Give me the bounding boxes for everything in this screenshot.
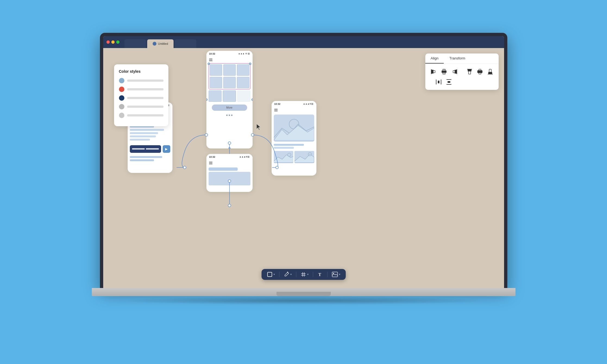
rectangle-icon xyxy=(267,272,272,277)
color-dot-4 xyxy=(119,104,124,109)
action-bar-left: ▶ xyxy=(130,145,170,153)
svg-point-6 xyxy=(228,204,231,207)
svg-point-3 xyxy=(183,166,186,169)
align-center-h-button[interactable] xyxy=(440,68,448,76)
laptop-base xyxy=(92,288,515,296)
pen-tool[interactable]: ▾ xyxy=(284,272,292,277)
grid-tool[interactable]: ▾ xyxy=(301,272,309,277)
text-tool[interactable]: T xyxy=(317,272,323,277)
svg-rect-42 xyxy=(438,81,439,83)
color-bar-5 xyxy=(127,114,163,116)
color-item-3 xyxy=(119,95,163,101)
laptop-shadow xyxy=(114,297,494,305)
canvas-area[interactable]: Color styles xyxy=(103,48,504,288)
color-bar-3 xyxy=(127,97,163,99)
color-dot-2 xyxy=(119,87,124,92)
more-button[interactable]: More xyxy=(212,105,247,111)
phone-signal-center: ▲▲▲ ⊛ ▨ xyxy=(238,52,250,55)
rectangle-tool[interactable]: ▾ xyxy=(267,272,275,277)
laptop-screen-shell: Untitled xyxy=(100,33,507,288)
pen-chevron: ▾ xyxy=(290,273,292,276)
laptop-screen: Untitled xyxy=(103,36,504,288)
text-icon: T xyxy=(317,272,323,277)
phone-status-bar-center: 10:32 ▲▲▲ ⊛ ▨ xyxy=(206,51,253,57)
text-lines-left-2 xyxy=(128,155,172,164)
svg-rect-31 xyxy=(468,69,471,71)
svg-point-14 xyxy=(287,272,288,273)
phone-time-right: 10:32 xyxy=(274,103,281,105)
color-item-4 xyxy=(119,104,163,109)
phone-status-bar-bottom: 10:32 ▲▲▲⊛▨ xyxy=(206,154,253,160)
tab-label: Untitled xyxy=(158,42,168,45)
svg-rect-28 xyxy=(455,70,457,74)
laptop-notch xyxy=(276,292,331,296)
phone-nav-right xyxy=(272,107,316,113)
svg-text:T: T xyxy=(318,272,321,277)
svg-rect-13 xyxy=(268,272,272,277)
browser-chrome: Untitled xyxy=(103,36,504,48)
phone-status-bar-right: 10:32 ▲▲▲⊛▨ xyxy=(272,101,316,107)
phone-time-center: 10:32 xyxy=(209,52,215,55)
img-small-2 xyxy=(294,151,314,163)
close-button[interactable] xyxy=(106,40,110,44)
tab-1[interactable] xyxy=(124,39,146,48)
tab-align[interactable]: Align xyxy=(425,53,444,64)
distribute-h-button[interactable] xyxy=(435,78,443,86)
rectangle-chevron: ▾ xyxy=(273,273,275,276)
svg-rect-37 xyxy=(488,72,492,74)
align-buttons-container xyxy=(425,64,499,90)
align-right-button[interactable] xyxy=(450,68,458,76)
phone-center: 10:32 ▲▲▲ ⊛ ▨ xyxy=(206,51,253,148)
color-item-1 xyxy=(119,78,163,83)
color-item-2 xyxy=(119,87,163,92)
align-left-button[interactable] xyxy=(430,68,438,76)
image-tool[interactable]: ▾ xyxy=(332,272,340,277)
img-small-1 xyxy=(274,151,294,163)
phone-signal-bottom: ▲▲▲⊛▨ xyxy=(239,156,250,158)
grid-icon xyxy=(301,272,306,277)
grid-chevron: ▾ xyxy=(307,273,309,276)
bottom-toolbar: ▾ ▾ xyxy=(262,269,346,280)
svg-point-21 xyxy=(333,273,334,274)
tab-favicon xyxy=(153,42,156,46)
tab-active[interactable]: Untitled xyxy=(147,39,174,48)
hamburger-icon-center xyxy=(209,59,212,61)
color-dot-5 xyxy=(119,113,124,118)
svg-rect-22 xyxy=(431,70,433,74)
phone-signal-right: ▲▲▲⊛▨ xyxy=(303,103,314,105)
image-chevron: ▾ xyxy=(339,273,340,276)
hamburger-icon-right xyxy=(274,109,278,111)
color-dot-1 xyxy=(119,78,124,83)
align-panel: Align Transform xyxy=(425,53,499,90)
color-dot-3 xyxy=(119,95,124,101)
phone-nav-center xyxy=(206,57,253,63)
svg-rect-45 xyxy=(448,81,450,83)
align-center-v-button[interactable] xyxy=(476,68,484,76)
traffic-lights xyxy=(106,40,119,44)
image-icon xyxy=(332,272,338,277)
align-tabs: Align Transform xyxy=(425,53,499,64)
tab-transform[interactable]: Transform xyxy=(444,53,471,64)
tab-3[interactable] xyxy=(175,39,196,48)
color-bar-2 xyxy=(127,88,163,90)
maximize-button[interactable] xyxy=(116,40,119,44)
pen-icon xyxy=(284,272,289,277)
color-bar-4 xyxy=(127,106,163,108)
cursor xyxy=(257,124,262,132)
tab-bar: Untitled xyxy=(124,36,196,48)
panel-title: Color styles xyxy=(119,69,163,74)
align-top-button[interactable] xyxy=(466,68,474,76)
mountain-svg xyxy=(274,115,314,142)
phone-nav-bottom xyxy=(206,160,253,166)
color-item-5 xyxy=(119,113,163,118)
action-btn-left[interactable] xyxy=(130,145,161,153)
align-bottom-button[interactable] xyxy=(486,68,494,76)
color-styles-panel: Color styles xyxy=(114,64,168,126)
phone-time-bottom: 10:32 xyxy=(209,156,215,158)
distribute-v-button[interactable] xyxy=(445,78,453,86)
phone-right: 10:32 ▲▲▲⊛▨ xyxy=(272,101,316,176)
next-btn-left[interactable]: ▶ xyxy=(163,145,170,153)
hamburger-icon-bottom xyxy=(209,162,212,164)
minimize-button[interactable] xyxy=(111,40,115,44)
laptop: Untitled xyxy=(73,33,534,331)
